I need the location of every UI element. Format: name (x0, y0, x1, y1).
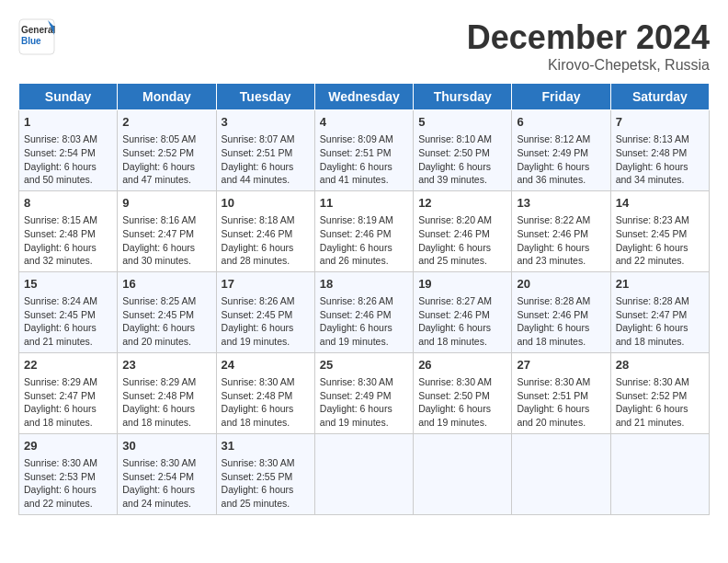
sunset-text: Sunset: 2:50 PM (418, 147, 490, 158)
daylight-text: Daylight: 6 hours and 19 minutes. (320, 403, 392, 428)
day-number: 16 (122, 276, 210, 293)
daylight-text: Daylight: 6 hours and 23 minutes. (517, 242, 589, 267)
table-row: 10 Sunrise: 8:18 AM Sunset: 2:46 PM Dayl… (216, 190, 314, 271)
col-wednesday: Wednesday (314, 84, 413, 110)
table-row: 6 Sunrise: 8:12 AM Sunset: 2:49 PM Dayli… (512, 110, 610, 191)
daylight-text: Daylight: 6 hours and 19 minutes. (418, 403, 491, 428)
title-block: December 2024 Kirovo-Chepetsk, Russia (467, 18, 710, 74)
col-monday: Monday (118, 84, 216, 110)
logo-svg: General Blue (18, 18, 55, 55)
daylight-text: Daylight: 6 hours and 22 minutes. (24, 484, 97, 509)
sunset-text: Sunset: 2:46 PM (517, 228, 588, 239)
sunset-text: Sunset: 2:49 PM (517, 147, 588, 158)
sunset-text: Sunset: 2:52 PM (122, 147, 194, 158)
sunrise-text: Sunrise: 8:03 AM (24, 133, 97, 144)
day-number: 26 (418, 357, 506, 373)
sunset-text: Sunset: 2:46 PM (418, 309, 490, 320)
day-number: 23 (122, 357, 210, 373)
day-number: 17 (222, 276, 310, 293)
table-row: 26 Sunrise: 8:30 AM Sunset: 2:50 PM Dayl… (414, 352, 512, 433)
sunrise-text: Sunrise: 8:28 AM (517, 295, 590, 306)
daylight-text: Daylight: 6 hours and 21 minutes. (616, 403, 688, 428)
table-row (314, 433, 413, 514)
logo: General Blue (18, 18, 55, 55)
sunrise-text: Sunrise: 8:07 AM (222, 133, 295, 144)
daylight-text: Daylight: 6 hours and 44 minutes. (222, 161, 294, 186)
sunset-text: Sunset: 2:45 PM (616, 228, 688, 239)
day-number: 1 (24, 114, 112, 131)
col-sunday: Sunday (19, 84, 118, 110)
day-number: 5 (418, 114, 506, 131)
daylight-text: Daylight: 6 hours and 24 minutes. (122, 484, 195, 509)
daylight-text: Daylight: 6 hours and 28 minutes. (222, 242, 294, 267)
day-number: 7 (616, 114, 704, 131)
table-row: 16 Sunrise: 8:25 AM Sunset: 2:45 PM Dayl… (118, 271, 216, 352)
daylight-text: Daylight: 6 hours and 30 minutes. (122, 242, 195, 267)
sunset-text: Sunset: 2:47 PM (24, 390, 96, 401)
daylight-text: Daylight: 6 hours and 19 minutes. (320, 322, 392, 347)
header-row: Sunday Monday Tuesday Wednesday Thursday… (19, 84, 710, 110)
table-row: 8 Sunrise: 8:15 AM Sunset: 2:48 PM Dayli… (19, 190, 118, 271)
day-number: 12 (418, 195, 506, 212)
table-row: 27 Sunrise: 8:30 AM Sunset: 2:51 PM Dayl… (512, 352, 610, 433)
daylight-text: Daylight: 6 hours and 18 minutes. (24, 403, 97, 428)
day-number: 8 (24, 195, 112, 212)
table-row: 2 Sunrise: 8:05 AM Sunset: 2:52 PM Dayli… (118, 110, 216, 191)
day-number: 2 (122, 114, 210, 131)
table-row: 23 Sunrise: 8:29 AM Sunset: 2:48 PM Dayl… (118, 352, 216, 433)
sunrise-text: Sunrise: 8:18 AM (222, 214, 295, 225)
daylight-text: Daylight: 6 hours and 19 minutes. (222, 322, 294, 347)
day-number: 25 (320, 357, 408, 373)
daylight-text: Daylight: 6 hours and 32 minutes. (24, 242, 97, 267)
calendar-row: 29 Sunrise: 8:30 AM Sunset: 2:53 PM Dayl… (19, 433, 710, 514)
table-row: 19 Sunrise: 8:27 AM Sunset: 2:46 PM Dayl… (414, 271, 512, 352)
table-row: 31 Sunrise: 8:30 AM Sunset: 2:55 PM Dayl… (216, 433, 314, 514)
table-row (414, 433, 512, 514)
table-row: 3 Sunrise: 8:07 AM Sunset: 2:51 PM Dayli… (216, 110, 314, 191)
location: Kirovo-Chepetsk, Russia (467, 57, 710, 74)
daylight-text: Daylight: 6 hours and 18 minutes. (418, 322, 491, 347)
sunset-text: Sunset: 2:52 PM (616, 390, 688, 401)
table-row: 22 Sunrise: 8:29 AM Sunset: 2:47 PM Dayl… (19, 352, 118, 433)
daylight-text: Daylight: 6 hours and 20 minutes. (517, 403, 589, 428)
sunrise-text: Sunrise: 8:20 AM (418, 214, 492, 225)
sunset-text: Sunset: 2:45 PM (122, 309, 194, 320)
table-row: 7 Sunrise: 8:13 AM Sunset: 2:48 PM Dayli… (610, 110, 709, 191)
sunset-text: Sunset: 2:46 PM (222, 228, 293, 239)
sunset-text: Sunset: 2:50 PM (418, 390, 490, 401)
sunrise-text: Sunrise: 8:26 AM (320, 295, 393, 306)
day-number: 6 (517, 114, 605, 131)
calendar-row: 1 Sunrise: 8:03 AM Sunset: 2:54 PM Dayli… (19, 110, 710, 191)
svg-text:General: General (21, 25, 55, 35)
day-number: 15 (24, 276, 112, 293)
table-row: 21 Sunrise: 8:28 AM Sunset: 2:47 PM Dayl… (610, 271, 709, 352)
day-number: 27 (517, 357, 605, 373)
col-tuesday: Tuesday (216, 84, 314, 110)
daylight-text: Daylight: 6 hours and 18 minutes. (122, 403, 195, 428)
table-row: 14 Sunrise: 8:23 AM Sunset: 2:45 PM Dayl… (610, 190, 709, 271)
day-number: 4 (320, 114, 408, 131)
sunrise-text: Sunrise: 8:30 AM (122, 457, 196, 468)
sunrise-text: Sunrise: 8:29 AM (24, 376, 97, 387)
day-number: 11 (320, 195, 408, 212)
sunrise-text: Sunrise: 8:30 AM (616, 376, 689, 387)
sunrise-text: Sunrise: 8:16 AM (122, 214, 196, 225)
day-number: 29 (24, 438, 112, 454)
sunset-text: Sunset: 2:53 PM (24, 471, 96, 482)
page-header: General Blue December 2024 Kirovo-Chepet… (18, 18, 710, 74)
table-row: 17 Sunrise: 8:26 AM Sunset: 2:45 PM Dayl… (216, 271, 314, 352)
day-number: 10 (222, 195, 310, 212)
daylight-text: Daylight: 6 hours and 21 minutes. (24, 322, 97, 347)
calendar-row: 15 Sunrise: 8:24 AM Sunset: 2:45 PM Dayl… (19, 271, 710, 352)
daylight-text: Daylight: 6 hours and 18 minutes. (616, 322, 688, 347)
daylight-text: Daylight: 6 hours and 25 minutes. (418, 242, 491, 267)
sunset-text: Sunset: 2:48 PM (616, 147, 688, 158)
table-row: 20 Sunrise: 8:28 AM Sunset: 2:46 PM Dayl… (512, 271, 610, 352)
table-row: 18 Sunrise: 8:26 AM Sunset: 2:46 PM Dayl… (314, 271, 413, 352)
daylight-text: Daylight: 6 hours and 26 minutes. (320, 242, 392, 267)
sunset-text: Sunset: 2:55 PM (222, 471, 293, 482)
day-number: 30 (122, 438, 210, 454)
daylight-text: Daylight: 6 hours and 18 minutes. (517, 322, 589, 347)
daylight-text: Daylight: 6 hours and 20 minutes. (122, 322, 195, 347)
sunrise-text: Sunrise: 8:30 AM (24, 457, 97, 468)
